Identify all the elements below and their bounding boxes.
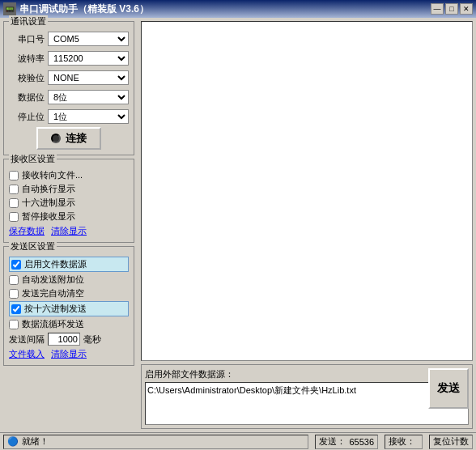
- send-opt2-label: 自动发送附加位: [22, 274, 84, 286]
- send-settings-group: 发送区设置 启用文件数据源 自动发送附加位 发送完自动清空 按十六进制发送 数据…: [3, 246, 134, 366]
- baud-label: 波特率: [9, 53, 45, 65]
- send-opt5-checkbox[interactable]: [9, 320, 19, 329]
- parity-label: 校验位: [9, 72, 45, 84]
- send-area-container: 启用外部文件数据源： C:\Users\Administrator\Deskto…: [141, 364, 473, 429]
- data-bits-row: 数据位 8位 5位 6位 7位: [9, 90, 129, 104]
- recv-save-link[interactable]: 保存数据: [9, 225, 45, 237]
- send-interval-row: 发送间隔 毫秒: [9, 333, 129, 346]
- send-opt3-label: 发送完自动清空: [22, 287, 84, 299]
- send-opt2-row: 自动发送附加位: [9, 274, 129, 286]
- tx-segment: 发送： 65536: [315, 435, 378, 449]
- send-link-row: 文件载入 清除显示: [9, 348, 129, 360]
- ext-file-label: 启用外部文件数据源：: [145, 368, 469, 380]
- send-clear-link[interactable]: 清除显示: [51, 348, 87, 360]
- parity-select[interactable]: NONE ODD EVEN: [48, 70, 129, 85]
- send-file-link[interactable]: 文件载入: [9, 348, 45, 360]
- recv-link-row: 保存数据 清除显示: [9, 225, 129, 237]
- recv-settings-title: 接收区设置: [9, 153, 57, 165]
- ms-label: 毫秒: [83, 333, 101, 346]
- right-panel: 启用外部文件数据源： C:\Users\Administrator\Deskto…: [138, 18, 476, 432]
- port-label: 串口号: [9, 33, 45, 45]
- recv-opt2-row: 自动换行显示: [9, 183, 129, 195]
- title-bar: 📟 串口调试助手（精装版 V3.6） — □ ✕: [0, 0, 476, 18]
- tx-value: 65536: [349, 437, 374, 447]
- comm-settings-title: 通讯设置: [9, 15, 48, 28]
- minimize-button[interactable]: —: [431, 3, 444, 15]
- rx-label: 接收：: [389, 435, 415, 448]
- recv-opt4-checkbox[interactable]: [9, 212, 19, 222]
- stop-bits-row: 停止位 1位 1.5位 2位: [9, 109, 129, 124]
- send-opt1-label: 启用文件数据源: [24, 258, 87, 270]
- status-ready-text: 就绪！: [22, 435, 49, 448]
- recv-opt3-label: 十六进制显示: [22, 197, 75, 209]
- data-bits-label: 数据位: [9, 91, 45, 104]
- port-select[interactable]: COM5 COM1 COM2 COM3 COM4: [48, 32, 129, 46]
- window-title: 串口调试助手（精装版 V3.6）: [19, 2, 149, 16]
- send-opt4-row: 按十六进制发送: [9, 301, 129, 316]
- recv-opt2-checkbox[interactable]: [9, 185, 19, 194]
- connect-btn-row: 连接: [9, 127, 129, 150]
- interval-label: 发送间隔: [9, 333, 45, 346]
- parity-row: 校验位 NONE ODD EVEN: [9, 70, 129, 85]
- recv-opt1-label: 接收转向文件...: [22, 169, 83, 181]
- recv-opt1-row: 接收转向文件...: [9, 169, 129, 181]
- send-opt4-checkbox[interactable]: [11, 304, 21, 314]
- status-icon: 🔵: [7, 436, 19, 447]
- tx-label: 发送：: [319, 435, 346, 448]
- stop-bits-label: 停止位: [9, 111, 45, 123]
- main-container: 通讯设置 串口号 COM5 COM1 COM2 COM3 COM4 波特率 11…: [0, 18, 476, 432]
- send-opt5-row: 数据流循环发送: [9, 318, 129, 330]
- app-icon: 📟: [3, 2, 16, 15]
- recv-opt1-checkbox[interactable]: [9, 171, 19, 180]
- maximize-button[interactable]: □: [445, 3, 458, 15]
- status-ready: 🔵 就绪！: [3, 435, 308, 449]
- reset-segment[interactable]: 复位计数: [429, 435, 473, 449]
- close-button[interactable]: ✕: [460, 3, 473, 15]
- send-opt3-row: 发送完自动清空: [9, 287, 129, 299]
- send-opt1-row: 启用文件数据源: [9, 257, 129, 272]
- baud-row: 波特率 115200 9600 19200 38400 57600: [9, 51, 129, 66]
- reset-label: 复位计数: [433, 435, 469, 448]
- send-opt3-checkbox[interactable]: [9, 289, 19, 299]
- send-opt1-checkbox[interactable]: [11, 260, 21, 270]
- comm-settings-group: 通讯设置 串口号 COM5 COM1 COM2 COM3 COM4 波特率 11…: [3, 21, 134, 155]
- send-button[interactable]: 发送: [428, 368, 469, 409]
- connect-label: 连接: [66, 131, 87, 146]
- send-file-path: C:\Users\Administrator\Desktop\新建文件夹\HzL…: [145, 382, 469, 425]
- recv-opt2-label: 自动换行显示: [22, 183, 75, 195]
- baud-select[interactable]: 115200 9600 19200 38400 57600: [48, 51, 129, 66]
- recv-opt3-row: 十六进制显示: [9, 197, 129, 209]
- recv-settings-group: 接收区设置 接收转向文件... 自动换行显示 十六进制显示 暂停接收显示 保存数…: [3, 159, 134, 243]
- connect-button[interactable]: 连接: [36, 127, 101, 150]
- status-bar: 🔵 就绪！ 发送： 65536 接收： 复位计数: [0, 432, 476, 450]
- title-bar-buttons: — □ ✕: [431, 3, 473, 15]
- left-panel: 通讯设置 串口号 COM5 COM1 COM2 COM3 COM4 波特率 11…: [0, 18, 138, 432]
- send-opt4-label: 按十六进制发送: [24, 303, 87, 315]
- port-row: 串口号 COM5 COM1 COM2 COM3 COM4: [9, 32, 129, 46]
- stop-bits-select[interactable]: 1位 1.5位 2位: [48, 109, 129, 124]
- recv-opt4-row: 暂停接收显示: [9, 210, 129, 223]
- interval-input[interactable]: [48, 333, 80, 346]
- recv-opt4-label: 暂停接收显示: [22, 210, 75, 223]
- recv-opt3-checkbox[interactable]: [9, 198, 19, 208]
- send-opt2-checkbox[interactable]: [9, 275, 19, 285]
- send-file-section: 启用外部文件数据源： C:\Users\Administrator\Deskto…: [145, 368, 469, 425]
- receive-area[interactable]: [141, 21, 473, 361]
- rx-segment: 接收：: [385, 435, 423, 449]
- send-settings-title: 发送区设置: [9, 240, 57, 253]
- title-bar-left: 📟 串口调试助手（精装版 V3.6）: [3, 2, 149, 16]
- send-opt5-label: 数据流循环发送: [22, 318, 84, 330]
- data-bits-select[interactable]: 8位 5位 6位 7位: [48, 90, 129, 104]
- led-indicator: [51, 134, 61, 143]
- recv-clear-link[interactable]: 清除显示: [51, 225, 87, 237]
